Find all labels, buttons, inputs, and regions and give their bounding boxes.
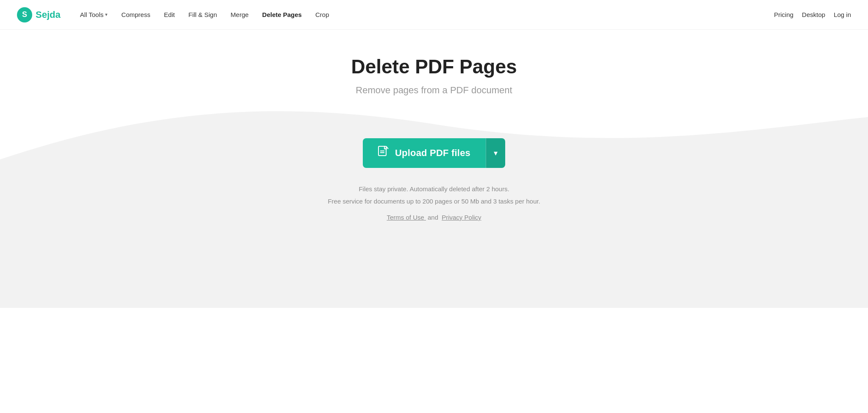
upload-legal-links: Terms of Use and Privacy Policy (328, 212, 540, 224)
terms-of-use-link[interactable]: Terms of Use (387, 214, 426, 221)
nav-login[interactable]: Log in (834, 11, 851, 18)
upload-info-line1: Files stay private. Automatically delete… (328, 183, 540, 195)
nav-all-tools[interactable]: All Tools ▾ (74, 8, 114, 22)
upload-button-group: Upload PDF files ▾ (363, 138, 505, 168)
logo-icon: S (17, 7, 32, 22)
pdf-file-icon (378, 146, 389, 160)
upload-dropdown-button[interactable]: ▾ (486, 138, 505, 168)
upload-pdf-button[interactable]: Upload PDF files (363, 138, 486, 168)
nav-fill-sign[interactable]: Fill & Sign (183, 8, 223, 22)
chevron-down-icon: ▾ (105, 12, 108, 17)
nav-main-links: All Tools ▾ Compress Edit Fill & Sign Me… (74, 8, 774, 22)
upload-content: Upload PDF files ▾ Files stay private. A… (0, 96, 868, 224)
privacy-policy-link[interactable]: Privacy Policy (442, 214, 481, 221)
nav-desktop[interactable]: Desktop (802, 11, 825, 18)
dropdown-arrow-icon: ▾ (494, 148, 498, 158)
logo-text: Sejda (36, 9, 61, 20)
nav-compress[interactable]: Compress (115, 8, 156, 22)
navbar: S Sejda All Tools ▾ Compress Edit Fill &… (0, 0, 868, 30)
upload-info-text: Files stay private. Automatically delete… (328, 183, 540, 224)
upload-info-line2: Free service for documents up to 200 pag… (328, 195, 540, 208)
nav-right: Pricing Desktop Log in (774, 11, 851, 18)
page-subtitle: Remove pages from a PDF document (8, 85, 860, 96)
logo-link[interactable]: S Sejda (17, 7, 61, 22)
upload-section: Upload PDF files ▾ Files stay private. A… (0, 96, 868, 308)
nav-delete-pages[interactable]: Delete Pages (256, 8, 308, 22)
nav-pricing[interactable]: Pricing (774, 11, 793, 18)
nav-edit[interactable]: Edit (158, 8, 181, 22)
hero-section: Delete PDF Pages Remove pages from a PDF… (0, 30, 868, 96)
nav-merge[interactable]: Merge (225, 8, 255, 22)
page-title: Delete PDF Pages (8, 55, 860, 78)
nav-crop[interactable]: Crop (309, 8, 335, 22)
